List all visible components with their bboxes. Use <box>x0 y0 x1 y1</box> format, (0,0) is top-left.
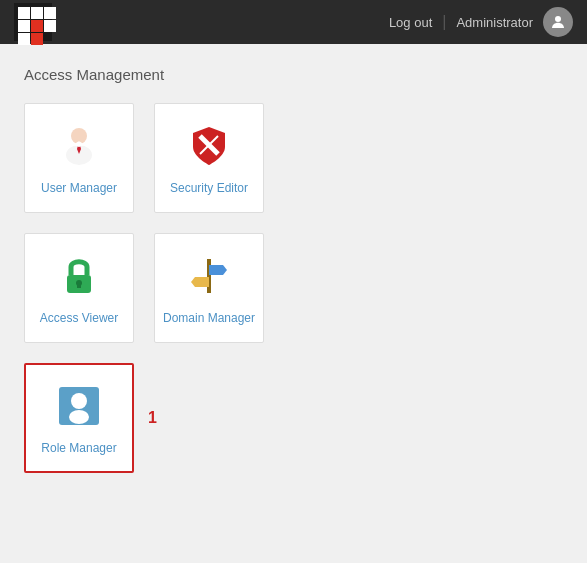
logo-cell <box>18 7 30 19</box>
user-manager-icon <box>53 119 105 171</box>
tile-domain-manager[interactable]: Domain Manager <box>154 233 264 343</box>
access-viewer-label: Access Viewer <box>40 311 118 327</box>
admin-name: Administrator <box>456 15 533 30</box>
logo-cell-red <box>31 33 43 45</box>
tile-access-viewer[interactable]: Access Viewer <box>24 233 134 343</box>
logo-cell-empty <box>44 33 56 45</box>
topbar-right: Log out | Administrator <box>389 7 573 37</box>
user-manager-label: User Manager <box>41 181 117 197</box>
topbar: Log out | Administrator <box>0 0 587 44</box>
svg-point-16 <box>69 410 89 424</box>
tile-security-editor[interactable]: Security Editor <box>154 103 264 213</box>
logo-cell <box>18 33 30 45</box>
logout-button[interactable]: Log out <box>389 15 432 30</box>
access-viewer-icon <box>53 249 105 301</box>
svg-rect-10 <box>77 283 81 288</box>
domain-manager-icon <box>183 249 235 301</box>
logo-cell <box>44 20 56 32</box>
svg-rect-11 <box>207 259 211 293</box>
svg-marker-12 <box>209 265 227 275</box>
separator: | <box>442 13 446 31</box>
logo-cell-red <box>31 20 43 32</box>
main-content: Access Management User Manager <box>0 44 587 495</box>
tile-user-manager[interactable]: User Manager <box>24 103 134 213</box>
svg-marker-13 <box>191 277 209 287</box>
domain-manager-label: Domain Manager <box>163 311 255 327</box>
role-manager-badge: 1 <box>148 409 157 427</box>
logo-cell <box>31 7 43 19</box>
page-title: Access Management <box>24 66 563 83</box>
avatar <box>543 7 573 37</box>
logo-cell <box>44 7 56 19</box>
tile-role-manager[interactable]: Role Manager <box>24 363 134 473</box>
svg-point-0 <box>555 16 561 22</box>
security-editor-icon <box>183 119 235 171</box>
logo-cell <box>18 20 30 32</box>
role-manager-icon <box>53 379 105 431</box>
svg-point-15 <box>71 393 87 409</box>
role-manager-label: Role Manager <box>41 441 116 457</box>
app-logo[interactable] <box>14 3 52 41</box>
security-editor-label: Security Editor <box>170 181 248 197</box>
